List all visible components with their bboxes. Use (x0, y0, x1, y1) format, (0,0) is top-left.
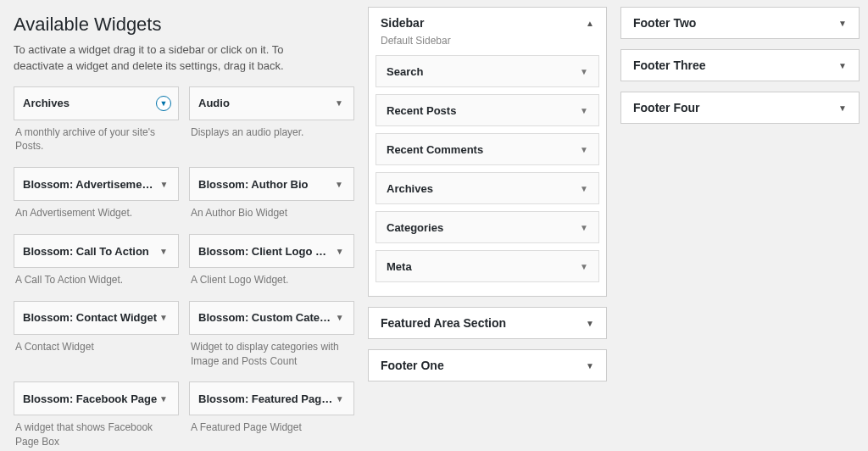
widget-area-item-label: Search (387, 65, 423, 78)
widget-area-item[interactable]: Search▼ (376, 55, 599, 87)
chevron-down-icon: ▼ (580, 67, 588, 76)
available-widget-description: Displays an audio player. (189, 120, 354, 150)
available-widget[interactable]: Blossom: Custom Categori…▼ (189, 301, 354, 335)
chevron-up-icon: ▲ (586, 19, 594, 28)
chevron-down-icon: ▼ (158, 313, 170, 322)
widget-area: Footer Two▼ (620, 7, 860, 39)
widget-area-item[interactable]: Archives▼ (376, 172, 599, 204)
available-widget-label: Blossom: Call To Action (23, 245, 149, 258)
available-widget-description: A widget that shows Facebook Page Box (14, 415, 179, 451)
widget-area-title: Footer Two (633, 16, 696, 30)
available-widget[interactable]: Archives▼ (14, 86, 179, 120)
available-widget-label: Blossom: Contact Widget (23, 311, 157, 324)
available-widget[interactable]: Blossom: Facebook Page▼ (14, 381, 179, 415)
chevron-down-icon: ▼ (838, 61, 847, 70)
available-widget-description: A Call To Action Widget. (14, 268, 179, 298)
widget-area-header[interactable]: Footer Four▼ (621, 92, 859, 123)
available-widget-label: Audio (198, 97, 230, 109)
available-widget[interactable]: Audio▼ (189, 86, 354, 120)
available-widget[interactable]: Blossom: Client Logo Wid…▼ (189, 234, 354, 268)
chevron-down-icon: ▼ (335, 394, 345, 404)
available-widget-description: A Featured Page Widget (189, 415, 354, 445)
widget-area: Footer Three▼ (620, 49, 860, 81)
available-widget[interactable]: Blossom: Advertisement …▼ (14, 167, 179, 201)
widget-area-description: Default Sidebar (369, 35, 606, 52)
available-widget-description: A Client Logo Widget. (189, 268, 354, 298)
chevron-down-icon: ▼ (586, 361, 594, 370)
chevron-down-icon: ▼ (838, 19, 847, 28)
widget-area-item-label: Archives (387, 182, 433, 195)
widget-area-item-label: Recent Comments (387, 143, 483, 156)
widget-area-header[interactable]: Sidebar▲ (369, 8, 606, 38)
chevron-down-icon: ▼ (158, 394, 170, 404)
available-widget-description: A monthly archive of your site's Posts. (14, 120, 179, 164)
available-widget-label: Blossom: Custom Categori… (198, 311, 335, 324)
widget-areas-column-2: Footer Two▼Footer Three▼Footer Four▼ (614, 0, 866, 451)
widget-area-item-label: Categories (387, 221, 443, 234)
available-widget-label: Archives (23, 97, 70, 109)
chevron-down-icon: ▼ (580, 106, 588, 115)
widget-area-item[interactable]: Recent Comments▼ (376, 133, 599, 165)
widget-area-title: Footer Three (633, 58, 706, 72)
chevron-down-icon: ▼ (580, 262, 588, 271)
widget-area-title: Footer One (381, 359, 444, 372)
widget-area-item-label: Recent Posts (387, 104, 456, 117)
widget-area-body: Search▼Recent Posts▼Recent Comments▼Arch… (369, 52, 606, 296)
available-widget[interactable]: Blossom: Contact Widget▼ (14, 301, 179, 335)
widget-area-item-label: Meta (387, 260, 412, 273)
widget-area-header[interactable]: Footer One▼ (369, 350, 606, 381)
available-widget-description: An Author Bio Widget (189, 201, 354, 231)
widget-areas-column-1: Sidebar▲Default SidebarSearch▼Recent Pos… (361, 0, 614, 451)
widget-area-item[interactable]: Categories▼ (376, 211, 599, 243)
widget-area-item[interactable]: Meta▼ (376, 250, 599, 282)
available-widget-description: An Advertisement Widget. (14, 201, 179, 231)
available-widgets-intro: To activate a widget drag it to a sideba… (14, 42, 319, 75)
available-widget-description: Widget to display categories with Image … (189, 335, 354, 379)
widget-area: Footer Four▼ (620, 92, 860, 124)
available-widget-description: A Contact Widget (14, 335, 179, 365)
chevron-down-icon: ▼ (333, 98, 345, 108)
available-widget[interactable]: Blossom: Author Bio▼ (189, 167, 354, 201)
chevron-down-icon: ▼ (159, 180, 170, 189)
available-widget[interactable]: Blossom: Featured Page W…▼ (189, 381, 354, 415)
chevron-down-icon: ▼ (335, 313, 345, 322)
chevron-down-icon: ▼ (580, 184, 588, 193)
widget-area: Featured Area Section▼ (368, 307, 607, 339)
widget-area-title: Sidebar (381, 16, 424, 30)
available-widget-label: Blossom: Facebook Page (23, 393, 157, 405)
available-widget-label: Blossom: Client Logo Wid… (198, 245, 334, 258)
chevron-down-icon: ▼ (158, 247, 170, 256)
widget-area-item[interactable]: Recent Posts▼ (376, 94, 599, 126)
available-widget-label: Blossom: Author Bio (198, 178, 309, 191)
widget-area-title: Footer Four (633, 101, 700, 114)
chevron-down-icon: ▼ (586, 319, 594, 328)
chevron-down-icon: ▼ (580, 145, 588, 154)
add-widget-icon[interactable]: ▼ (156, 96, 171, 111)
widget-area-header[interactable]: Footer Three▼ (621, 50, 859, 81)
available-widgets-heading: Available Widgets (14, 14, 354, 36)
available-widget-label: Blossom: Featured Page W… (198, 393, 335, 405)
widget-area-header[interactable]: Featured Area Section▼ (369, 308, 606, 338)
chevron-down-icon: ▼ (580, 223, 588, 232)
widget-area: Footer One▼ (368, 349, 607, 381)
chevron-down-icon: ▼ (334, 247, 345, 256)
widget-area-header[interactable]: Footer Two▼ (621, 8, 859, 38)
widget-area-title: Featured Area Section (381, 316, 506, 330)
chevron-down-icon: ▼ (333, 180, 345, 189)
available-widget[interactable]: Blossom: Call To Action▼ (14, 234, 179, 268)
available-widget-label: Blossom: Advertisement … (23, 178, 159, 191)
available-widgets-panel: Available Widgets To activate a widget d… (7, 0, 361, 451)
chevron-down-icon: ▼ (838, 103, 847, 113)
widget-area: Sidebar▲Default SidebarSearch▼Recent Pos… (368, 7, 607, 297)
